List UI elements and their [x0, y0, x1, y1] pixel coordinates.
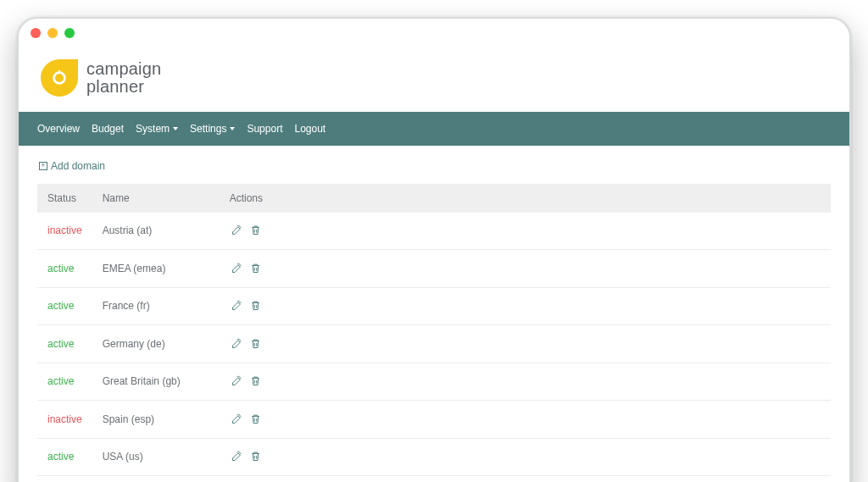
- name-cell: Austria (at): [92, 213, 220, 250]
- window-titlebar: [19, 19, 849, 47]
- edit-icon: [231, 262, 243, 274]
- edit-icon: [231, 224, 243, 236]
- app-logo: campaign planner: [19, 47, 849, 112]
- logo-line2: planner: [86, 78, 161, 96]
- nav-logout[interactable]: Logout: [294, 123, 326, 135]
- status-cell: inactive: [37, 213, 92, 250]
- table-row: inactiveAustria (at): [37, 213, 831, 250]
- name-cell: USA (us): [92, 438, 220, 476]
- header-status: Status: [37, 184, 92, 213]
- actions-cell: [220, 325, 831, 363]
- add-domain-link[interactable]: + Add domain: [39, 160, 105, 172]
- status-cell: inactive: [37, 401, 92, 439]
- edit-icon: [231, 413, 243, 425]
- edit-button[interactable]: [230, 223, 245, 238]
- nav-settings[interactable]: Settings: [190, 123, 235, 135]
- name-cell: Great Britain (gb): [92, 363, 220, 401]
- domains-table: Status Name Actions inactiveAustria (at)…: [37, 184, 831, 477]
- edit-icon: [231, 299, 243, 312]
- table-row: activeEMEA (emea): [37, 250, 831, 288]
- name-cell: France (fr): [92, 287, 220, 325]
- status-cell: active: [37, 325, 92, 363]
- delete-button[interactable]: [248, 411, 264, 426]
- edit-button[interactable]: [230, 411, 245, 426]
- nav-settings-label: Settings: [190, 123, 226, 135]
- logo-line1: campaign: [86, 60, 161, 78]
- trash-icon: [249, 299, 262, 312]
- window-close-button[interactable]: [31, 28, 41, 38]
- nav-system-label: System: [136, 123, 170, 135]
- trash-icon: [249, 224, 262, 236]
- svg-point-0: [54, 73, 65, 84]
- delete-button[interactable]: [248, 374, 264, 389]
- table-row: activeUSA (us): [37, 438, 831, 476]
- status-cell: active: [37, 363, 92, 401]
- table-row: activeGreat Britain (gb): [37, 363, 831, 401]
- name-cell: Spain (esp): [92, 401, 220, 439]
- status-cell: active: [37, 250, 92, 288]
- nav-support[interactable]: Support: [247, 123, 282, 135]
- status-cell: active: [37, 438, 92, 476]
- trash-icon: [249, 337, 262, 350]
- status-cell: active: [37, 287, 92, 325]
- edit-button[interactable]: [230, 374, 245, 389]
- edit-button[interactable]: [230, 335, 245, 351]
- edit-icon: [231, 374, 243, 387]
- actions-cell: [220, 213, 831, 250]
- edit-icon: [231, 337, 243, 350]
- browser-window: campaign planner Overview Budget System …: [17, 17, 851, 482]
- table-row: activeFrance (fr): [37, 287, 831, 325]
- actions-cell: [220, 250, 831, 288]
- nav-budget[interactable]: Budget: [92, 123, 124, 135]
- edit-button[interactable]: [230, 260, 245, 275]
- caret-down-icon: [230, 127, 235, 130]
- actions-cell: [220, 287, 831, 325]
- main-nav: Overview Budget System Settings Support …: [19, 112, 849, 146]
- name-cell: EMEA (emea): [92, 250, 220, 288]
- table-row: activeGermany (de): [37, 325, 831, 363]
- header-actions: Actions: [220, 184, 831, 213]
- trash-icon: [249, 262, 262, 274]
- plus-icon: +: [39, 162, 47, 170]
- actions-cell: [220, 363, 831, 401]
- delete-button[interactable]: [248, 298, 264, 313]
- nav-system[interactable]: System: [136, 123, 178, 135]
- actions-cell: [220, 401, 831, 439]
- trash-icon: [249, 413, 262, 425]
- delete-button[interactable]: [248, 260, 264, 275]
- edit-button[interactable]: [230, 298, 245, 313]
- delete-button[interactable]: [248, 335, 264, 351]
- table-row: inactiveSpain (esp): [37, 401, 831, 439]
- nav-overview[interactable]: Overview: [37, 123, 80, 135]
- svg-rect-1: [58, 70, 60, 74]
- header-name: Name: [92, 184, 220, 213]
- add-domain-label: Add domain: [51, 160, 105, 172]
- logo-icon: [41, 59, 78, 97]
- window-minimize-button[interactable]: [47, 28, 58, 38]
- caret-down-icon: [173, 127, 178, 130]
- delete-button[interactable]: [248, 223, 264, 238]
- logo-text: campaign planner: [86, 60, 161, 96]
- delete-button[interactable]: [248, 449, 264, 464]
- window-maximize-button[interactable]: [64, 28, 75, 38]
- edit-icon: [231, 450, 243, 463]
- trash-icon: [249, 374, 262, 387]
- name-cell: Germany (de): [92, 325, 220, 363]
- trash-icon: [249, 450, 262, 463]
- actions-cell: [220, 438, 831, 476]
- edit-button[interactable]: [230, 449, 245, 464]
